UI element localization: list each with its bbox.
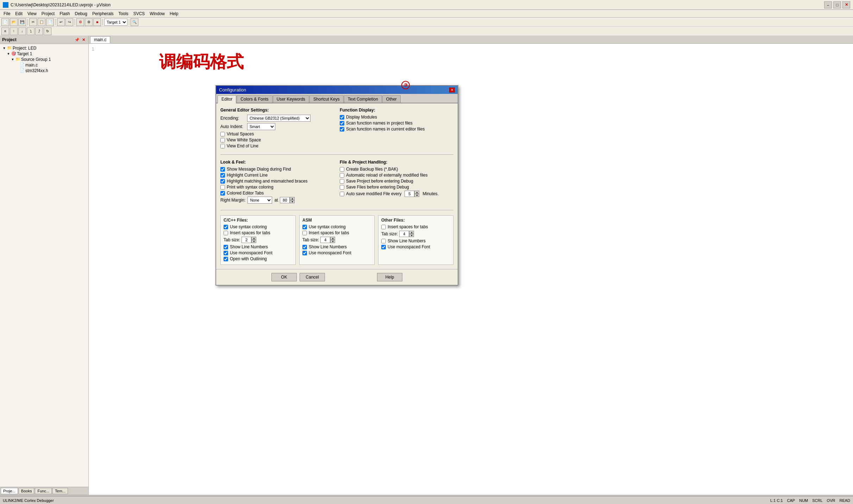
asm-tabsize-value[interactable] bbox=[320, 237, 330, 243]
scan-project-checkbox[interactable] bbox=[340, 121, 344, 126]
menu-flash[interactable]: Flash bbox=[57, 11, 72, 17]
auto-save-down-btn[interactable]: ▼ bbox=[414, 194, 419, 197]
view-eol-checkbox[interactable] bbox=[220, 144, 225, 148]
auto-save-value[interactable] bbox=[404, 191, 414, 197]
spin-up-btn[interactable]: ▲ bbox=[290, 197, 295, 200]
right-margin-select[interactable]: None bbox=[247, 197, 272, 204]
highlight-braces-checkbox[interactable] bbox=[220, 179, 225, 184]
sidebar-tab-func[interactable]: Func... bbox=[35, 488, 52, 494]
other-linenums-checkbox[interactable] bbox=[381, 239, 386, 243]
cpp-tabsize-value[interactable] bbox=[242, 237, 251, 243]
encoding-select[interactable]: Chinese GB2312 (Simplified) bbox=[247, 115, 311, 122]
colored-tabs-checkbox[interactable] bbox=[220, 191, 225, 196]
menu-project[interactable]: Project bbox=[39, 11, 57, 17]
sidebar-close-button[interactable]: ✕ bbox=[81, 37, 86, 43]
tb2-btn6[interactable]: ↻ bbox=[44, 27, 51, 35]
tb2-btn5[interactable]: ⤴ bbox=[35, 27, 43, 35]
tree-target[interactable]: ▼ 🎯 Target 1 bbox=[6, 51, 87, 57]
menu-debug[interactable]: Debug bbox=[73, 11, 89, 17]
undo-btn[interactable]: ↩ bbox=[57, 18, 65, 26]
asm-linenums-checkbox[interactable] bbox=[302, 245, 307, 249]
configuration-dialog[interactable]: Configuration ✕ ③ Editor Colors & Fonts … bbox=[215, 85, 458, 286]
dialog-tab-keywords[interactable]: User Keywords bbox=[273, 95, 309, 103]
open-btn[interactable]: 📂 bbox=[10, 18, 18, 26]
sidebar-tab-tem[interactable]: Tem... bbox=[52, 488, 68, 494]
dialog-tab-shortcuts[interactable]: Shortcut Keys bbox=[309, 95, 344, 103]
right-margin-value[interactable] bbox=[280, 197, 290, 203]
auto-reload-checkbox[interactable] bbox=[340, 173, 344, 178]
show-message-checkbox[interactable] bbox=[220, 167, 225, 172]
asm-spin-up[interactable]: ▲ bbox=[330, 237, 335, 240]
tree-project[interactable]: ▼ 📁 Project: LED bbox=[1, 45, 87, 51]
print-syntax-checkbox[interactable] bbox=[220, 185, 225, 190]
tb2-btn3[interactable]: ↓ bbox=[18, 27, 26, 35]
cpp-linenums-checkbox[interactable] bbox=[224, 245, 228, 249]
menu-window[interactable]: Window bbox=[148, 11, 167, 17]
other-monospace-checkbox[interactable] bbox=[381, 245, 386, 249]
scan-editor-checkbox[interactable] bbox=[340, 127, 344, 132]
tb2-btn1[interactable]: ≡ bbox=[1, 27, 9, 35]
menu-file[interactable]: File bbox=[1, 11, 12, 17]
asm-monospace-checkbox[interactable] bbox=[302, 251, 307, 255]
save-files-checkbox[interactable] bbox=[340, 185, 344, 190]
cpp-outlining-checkbox[interactable] bbox=[224, 257, 228, 261]
ok-button[interactable]: OK bbox=[271, 273, 297, 281]
menu-view[interactable]: View bbox=[25, 11, 39, 17]
dialog-tab-other[interactable]: Other bbox=[382, 95, 401, 103]
save-btn[interactable]: 💾 bbox=[18, 18, 26, 26]
menu-peripherals[interactable]: Peripherals bbox=[90, 11, 116, 17]
tree-header[interactable]: 📄 stm32f4xx.h bbox=[14, 68, 87, 74]
dialog-close-button[interactable]: ✕ bbox=[449, 88, 455, 92]
cpp-spin-up[interactable]: ▲ bbox=[251, 237, 256, 240]
auto-save-up-btn[interactable]: ▲ bbox=[414, 191, 419, 194]
other-spin-up[interactable]: ▲ bbox=[409, 231, 414, 234]
paste-btn[interactable]: 📄 bbox=[46, 18, 54, 26]
cpp-spin-down[interactable]: ▼ bbox=[251, 240, 256, 243]
pin-button[interactable]: 📌 bbox=[74, 37, 80, 43]
spin-down-btn[interactable]: ▼ bbox=[290, 200, 295, 203]
redo-btn[interactable]: ↪ bbox=[65, 18, 73, 26]
other-tabsize-value[interactable] bbox=[399, 231, 409, 237]
autoindent-select[interactable]: Smart bbox=[247, 123, 275, 130]
tree-source-group[interactable]: ▼ 📁 Source Group 1 bbox=[10, 57, 87, 62]
editor-tab-mainc[interactable]: main.c bbox=[90, 36, 110, 43]
menu-tools[interactable]: Tools bbox=[117, 11, 131, 17]
cancel-button[interactable]: Cancel bbox=[300, 273, 325, 281]
asm-spaces-checkbox[interactable] bbox=[302, 231, 307, 235]
close-button[interactable]: ✕ bbox=[842, 1, 850, 8]
cut-btn[interactable]: ✂ bbox=[29, 18, 37, 26]
debug-btn[interactable]: 🔍 bbox=[131, 18, 138, 26]
target-select[interactable]: Target 1 bbox=[104, 19, 127, 26]
minimize-button[interactable]: – bbox=[824, 1, 832, 8]
copy-btn[interactable]: 📋 bbox=[38, 18, 45, 26]
build-btn[interactable]: ⚙ bbox=[76, 18, 84, 26]
new-file-btn[interactable]: 📄 bbox=[1, 18, 9, 26]
asm-spin-down[interactable]: ▼ bbox=[330, 240, 335, 243]
cpp-spaces-checkbox[interactable] bbox=[224, 231, 228, 235]
dialog-tab-completion[interactable]: Text Completion bbox=[344, 95, 382, 103]
tb2-btn4[interactable]: ⤵ bbox=[27, 27, 35, 35]
sidebar-tab-project[interactable]: Proje... bbox=[1, 488, 18, 494]
stop-btn[interactable]: ■ bbox=[93, 18, 101, 26]
other-spaces-checkbox[interactable] bbox=[381, 225, 386, 229]
cpp-syntax-checkbox[interactable] bbox=[224, 225, 228, 229]
view-whitespace-checkbox[interactable] bbox=[220, 138, 225, 142]
menu-help[interactable]: Help bbox=[168, 11, 181, 17]
menu-edit[interactable]: Edit bbox=[13, 11, 25, 17]
menu-svcs[interactable]: SVCS bbox=[131, 11, 147, 17]
cpp-monospace-checkbox[interactable] bbox=[224, 251, 228, 255]
tree-main-c[interactable]: 📄 main.c bbox=[14, 62, 87, 68]
tb2-btn2[interactable]: ↑ bbox=[10, 27, 18, 35]
other-spin-down[interactable]: ▼ bbox=[409, 234, 414, 237]
create-backup-checkbox[interactable] bbox=[340, 167, 344, 172]
virtual-spaces-checkbox[interactable] bbox=[220, 132, 225, 136]
auto-save-checkbox[interactable] bbox=[340, 192, 344, 196]
maximize-button[interactable]: □ bbox=[833, 1, 841, 8]
rebuild-btn[interactable]: ⚙ bbox=[85, 18, 93, 26]
dialog-tab-editor[interactable]: Editor bbox=[218, 95, 236, 103]
help-button[interactable]: Help bbox=[377, 273, 402, 281]
sidebar-tab-books[interactable]: Books bbox=[19, 488, 35, 494]
save-project-checkbox[interactable] bbox=[340, 179, 344, 184]
highlight-line-checkbox[interactable] bbox=[220, 173, 225, 178]
dialog-tab-colors[interactable]: Colors & Fonts bbox=[237, 95, 272, 103]
